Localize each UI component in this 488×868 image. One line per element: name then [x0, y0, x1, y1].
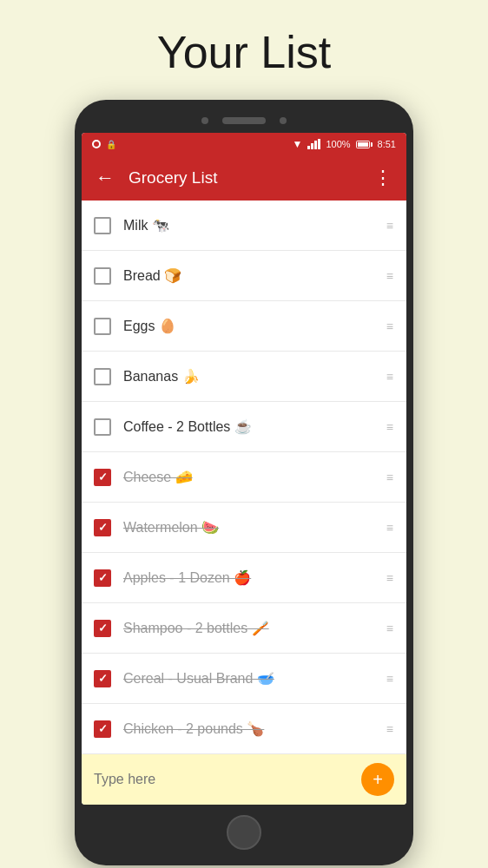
- drag-handle-9[interactable]: ≡: [386, 621, 394, 635]
- front-camera: [201, 117, 208, 124]
- list-item: Apples - 1 Dozen 🍎≡: [82, 553, 406, 603]
- list-item: Coffee - 2 Bottles ☕≡: [82, 402, 406, 452]
- add-item-button[interactable]: +: [361, 763, 394, 796]
- checkbox-item-11[interactable]: [94, 720, 111, 738]
- checkbox-item-1[interactable]: [94, 217, 111, 234]
- home-button[interactable]: [227, 815, 261, 850]
- phone-frame: 🔒 ▼ 100% 8:51: [75, 100, 413, 865]
- status-sim-icon: 🔒: [106, 140, 116, 149]
- back-button[interactable]: ←: [96, 167, 115, 189]
- drag-handle-8[interactable]: ≡: [386, 571, 394, 585]
- checkbox-item-6[interactable]: [94, 469, 111, 486]
- bottom-input-bar: +: [82, 754, 406, 805]
- checkbox-item-5[interactable]: [94, 418, 111, 436]
- item-text-5: Coffee - 2 Bottles ☕: [123, 418, 386, 435]
- more-options-button[interactable]: ⋮: [373, 167, 392, 189]
- battery-percent: 100%: [326, 139, 350, 149]
- item-text-8: Apples - 1 Dozen 🍎: [123, 569, 386, 586]
- page-title: Your List: [157, 26, 331, 78]
- type-here-input[interactable]: [94, 772, 361, 787]
- item-text-4: Bananas 🍌: [123, 368, 386, 385]
- list-item: Watermelon 🍉≡: [82, 503, 406, 553]
- list-item: Milk 🐄≡: [82, 201, 406, 251]
- list-item: Eggs 🥚≡: [82, 301, 406, 352]
- item-text-7: Watermelon 🍉: [123, 519, 386, 536]
- status-left: 🔒: [92, 140, 116, 149]
- checkbox-item-10[interactable]: [94, 670, 111, 687]
- item-text-6: Cheese 🧀: [123, 469, 386, 485]
- drag-handle-4[interactable]: ≡: [386, 370, 394, 384]
- phone-top-bar: [82, 112, 406, 133]
- checkbox-item-7[interactable]: [94, 519, 111, 536]
- drag-handle-3[interactable]: ≡: [386, 319, 394, 333]
- signal-bar-1: [307, 146, 310, 149]
- app-bar: ← Grocery List ⋮: [82, 155, 406, 201]
- status-record-icon: [92, 140, 101, 148]
- grocery-list: Milk 🐄≡Bread 🍞≡Eggs 🥚≡Bananas 🍌≡Coffee -…: [82, 201, 406, 754]
- item-text-11: Chicken - 2 pounds 🍗: [123, 720, 386, 737]
- list-item: Shampoo - 2 bottles 🪥≡: [82, 603, 406, 654]
- item-text-3: Eggs 🥚: [123, 318, 386, 334]
- drag-handle-11[interactable]: ≡: [386, 722, 394, 736]
- add-icon: +: [373, 771, 383, 788]
- list-item: Cheese 🧀≡: [82, 452, 406, 503]
- checkbox-item-4[interactable]: [94, 368, 111, 385]
- item-text-10: Cereal - Usual Brand 🥣: [123, 670, 386, 687]
- drag-handle-2[interactable]: ≡: [386, 269, 394, 283]
- item-text-2: Bread 🍞: [123, 267, 386, 284]
- checkbox-item-2[interactable]: [94, 267, 111, 285]
- item-text-1: Milk 🐄: [123, 217, 386, 233]
- drag-handle-5[interactable]: ≡: [386, 420, 394, 434]
- list-item: Bread 🍞≡: [82, 251, 406, 301]
- phone-screen: 🔒 ▼ 100% 8:51: [82, 133, 406, 805]
- list-item: Bananas 🍌≡: [82, 352, 406, 402]
- signal-bar-4: [318, 139, 320, 149]
- item-text-9: Shampoo - 2 bottles 🪥: [123, 620, 386, 636]
- clock: 8:51: [378, 139, 396, 149]
- drag-handle-7[interactable]: ≡: [386, 521, 394, 535]
- drag-handle-10[interactable]: ≡: [386, 672, 394, 686]
- drag-handle-6[interactable]: ≡: [386, 470, 394, 484]
- checkbox-item-9[interactable]: [94, 620, 111, 637]
- signal-bar-2: [311, 143, 313, 149]
- status-bar: 🔒 ▼ 100% 8:51: [82, 133, 406, 155]
- wifi-icon: ▼: [293, 138, 303, 150]
- front-sensor: [280, 117, 287, 124]
- signal-bar-3: [314, 141, 317, 149]
- status-right: ▼ 100% 8:51: [293, 138, 396, 150]
- checkbox-item-3[interactable]: [94, 318, 111, 335]
- drag-handle-1[interactable]: ≡: [386, 219, 394, 233]
- checkbox-item-8[interactable]: [94, 569, 111, 587]
- list-item: Cereal - Usual Brand 🥣≡: [82, 654, 406, 704]
- phone-bottom-bar: [82, 815, 406, 850]
- app-bar-title: Grocery List: [129, 168, 373, 187]
- list-item: Chicken - 2 pounds 🍗≡: [82, 704, 406, 754]
- phone-speaker: [222, 117, 266, 124]
- battery-icon: [356, 141, 373, 148]
- signal-bars: [307, 139, 320, 149]
